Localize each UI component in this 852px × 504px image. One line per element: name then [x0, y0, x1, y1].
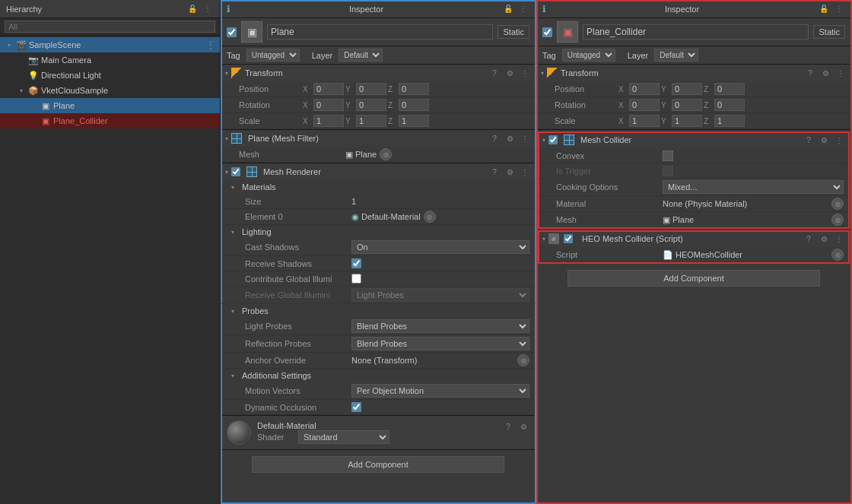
mesh-filter-title: Plane (Mesh Filter) [248, 134, 485, 143]
add-component-btn-2[interactable]: Add Component [567, 270, 819, 287]
mat-settings[interactable]: ⚙ [517, 420, 529, 433]
tag-select-2[interactable]: Untagged [562, 49, 615, 62]
layer-select-2[interactable]: Default [654, 49, 698, 62]
rot-x-input-1[interactable] [313, 99, 344, 111]
receive-gi-select[interactable]: Light Probes [351, 288, 529, 302]
scale-y-input-1[interactable] [356, 115, 386, 127]
material-row-2: Material None (Physic Material) ◎ [538, 196, 850, 212]
scene-dots[interactable]: ⋮ [206, 40, 220, 50]
light-probes-select[interactable]: Blend Probes [351, 319, 529, 333]
mc-settings[interactable]: ⚙ [818, 134, 830, 146]
static-badge-2[interactable]: Static [813, 25, 845, 39]
obj-active-checkbox-2[interactable] [542, 27, 552, 37]
mesh-renderer-header[interactable]: ▾ Mesh Renderer ? ⚙ ⋮ [221, 163, 536, 180]
lighting-section[interactable]: ▾ Lighting [221, 225, 536, 239]
rot-z-2[interactable] [714, 99, 745, 111]
receive-shadows-row: Receive Shadows [221, 256, 536, 271]
obj-name-input-2[interactable] [583, 24, 809, 40]
transform-header-1[interactable]: ▾ Transform ? ⚙ ⋮ [221, 65, 536, 81]
rot-x-2[interactable] [629, 99, 660, 111]
mr-help[interactable]: ? [488, 166, 501, 178]
element0-select-btn[interactable]: ◎ [424, 211, 436, 223]
lock-icon-2[interactable]: 🔓 [818, 3, 830, 15]
probes-section[interactable]: ▾ Probes [221, 304, 536, 318]
anchor-override-btn[interactable]: ◎ [517, 354, 529, 366]
more-icon-t1[interactable]: ⋮ [519, 67, 531, 79]
tag-select-1[interactable]: Untagged [246, 49, 300, 62]
more-icon-2[interactable]: ⋮ [833, 3, 845, 15]
scale-x-2[interactable] [629, 115, 660, 127]
pos-y-input-1[interactable] [356, 83, 386, 95]
mesh-filter-header[interactable]: ▾ Plane (Mesh Filter) ? ⚙ ⋮ [221, 130, 536, 147]
mr-settings[interactable]: ⚙ [504, 166, 516, 178]
dynamic-occlusion-label: Dynamic Occlusion [245, 403, 351, 412]
mf-more[interactable]: ⋮ [519, 132, 531, 144]
obj-active-checkbox-1[interactable] [227, 27, 237, 37]
lock-icon-1[interactable]: 🔓 [502, 3, 514, 15]
mr-enabled[interactable] [231, 167, 240, 176]
mf-settings[interactable]: ⚙ [504, 132, 516, 144]
pos-z-2[interactable] [714, 83, 745, 95]
scale-z-input-1[interactable] [399, 115, 429, 127]
pos-x-2[interactable] [629, 83, 660, 95]
materials-section[interactable]: ▾ Materials [221, 180, 536, 194]
heo-enabled[interactable] [564, 234, 573, 243]
rot-y-input-1[interactable] [356, 99, 386, 111]
layer-select-1[interactable]: Default [339, 49, 383, 62]
element0-label: Element 0 [245, 212, 351, 221]
search-input[interactable] [5, 21, 215, 33]
pos-y-2[interactable] [672, 83, 702, 95]
tree-item-directional-light[interactable]: 💡 Directional Light [0, 68, 220, 83]
shader-select[interactable]: Standard [298, 430, 389, 444]
cooking-options-select[interactable]: Mixed... [663, 180, 844, 194]
settings-icon-1[interactable]: ⚙ [504, 67, 516, 79]
additional-settings-section[interactable]: ▾ Additional Settings [221, 369, 536, 382]
mc-help[interactable]: ? [803, 134, 815, 146]
tree-item-plane[interactable]: ▣ Plane [0, 98, 220, 113]
mc-more[interactable]: ⋮ [833, 134, 845, 146]
cast-shadows-select[interactable]: On [351, 240, 529, 254]
scale-z-2[interactable] [714, 115, 745, 127]
help-icon-1[interactable]: ? [488, 67, 501, 79]
script-btn[interactable]: ◎ [831, 249, 844, 261]
heo-more[interactable]: ⋮ [833, 233, 845, 245]
convex-checkbox[interactable] [663, 151, 673, 161]
obj-icon-1: ▣ [241, 21, 262, 43]
pos-z-input-1[interactable] [399, 83, 429, 95]
rot-y-2[interactable] [672, 99, 702, 111]
tree-item-vket-cloud[interactable]: ▾ 📦 VketCloudSample [0, 83, 220, 98]
tree-item-plane-collider[interactable]: ▣ Plane_Collider [0, 113, 220, 128]
mesh-2-btn[interactable]: ◎ [831, 214, 844, 226]
heo-help[interactable]: ? [803, 233, 815, 245]
contribute-gi-checkbox[interactable] [351, 274, 361, 284]
mf-help[interactable]: ? [488, 132, 501, 144]
receive-shadows-checkbox[interactable] [351, 258, 361, 268]
mc-enabled[interactable] [548, 135, 558, 144]
more-icon-1[interactable]: ⋮ [517, 3, 529, 15]
t2-help[interactable]: ? [804, 67, 816, 79]
static-badge-1[interactable]: Static [498, 25, 529, 39]
material-2-btn[interactable]: ◎ [831, 198, 844, 210]
tree-item-sample-scene[interactable]: ▾ 🎬 SampleScene ⋮ [0, 37, 220, 52]
mesh-select-btn[interactable]: ◎ [380, 148, 392, 160]
mr-more[interactable]: ⋮ [519, 166, 531, 178]
scale-x-input-1[interactable] [313, 115, 344, 127]
heo-script-header[interactable]: ▾ # HEO Mesh Collider (Script) ? ⚙ ⋮ [538, 230, 850, 247]
rotation-label-2: Rotation [555, 100, 615, 109]
heo-settings[interactable]: ⚙ [818, 233, 830, 245]
add-component-btn-1[interactable]: Add Component [252, 456, 504, 473]
reflection-probes-select[interactable]: Blend Probes [351, 337, 529, 350]
dynamic-occlusion-checkbox[interactable] [351, 402, 361, 412]
t2-settings[interactable]: ⚙ [819, 67, 831, 79]
rot-z-input-1[interactable] [399, 99, 429, 111]
more-icon[interactable]: ⋮ [202, 3, 214, 15]
pos-x-input-1[interactable] [313, 83, 344, 95]
t2-more[interactable]: ⋮ [835, 67, 847, 79]
mesh-collider-header[interactable]: ▾ Mesh Collider ? ⚙ ⋮ [538, 132, 850, 148]
tree-item-main-camera[interactable]: 📷 Main Camera [0, 52, 220, 68]
transform-header-2[interactable]: ▾ Transform ? ⚙ ⋮ [536, 65, 851, 81]
mat-help[interactable]: ? [502, 420, 514, 433]
motion-vectors-select[interactable]: Per Object Motion [351, 384, 529, 398]
scale-y-2[interactable] [672, 115, 702, 127]
obj-name-input-1[interactable] [267, 24, 493, 40]
